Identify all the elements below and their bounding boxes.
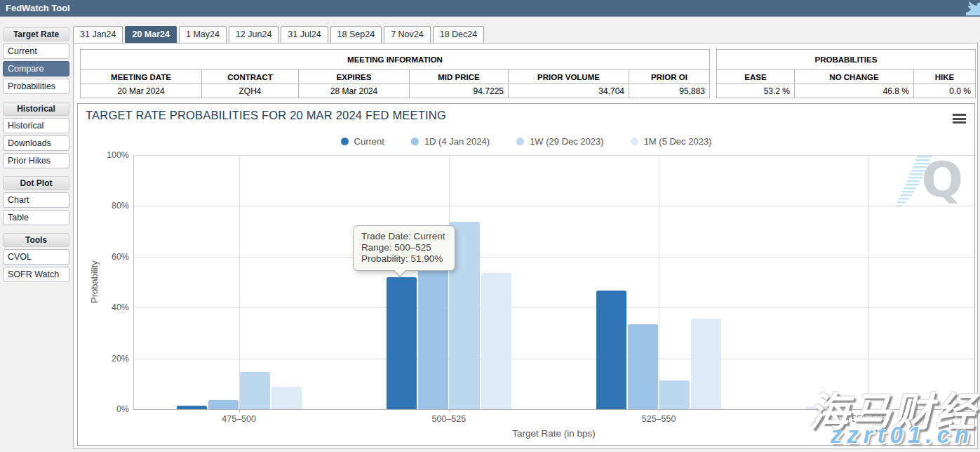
legend-dot-icon <box>516 138 524 145</box>
x-tick <box>659 409 659 412</box>
legend-dot-icon <box>411 138 419 145</box>
x-tick-label: 525–550 <box>642 414 676 424</box>
tab-31-jan24[interactable]: 31 Jan24 <box>73 26 123 44</box>
tab-7-nov24[interactable]: 7 Nov24 <box>384 26 431 44</box>
sidebar-item-table[interactable]: Table <box>3 210 69 225</box>
bar-1m-525-550[interactable] <box>691 319 721 409</box>
ease-value: 53.2 % <box>717 84 795 98</box>
bar-group-550-575 <box>806 406 836 409</box>
x-tick-label: 550–575 <box>852 414 886 424</box>
bar-current-500-525[interactable] <box>387 277 417 409</box>
bar-current-525-550[interactable] <box>596 291 626 409</box>
col-mid-price: MID PRICE <box>410 70 509 84</box>
meeting-info-caption: MEETING INFORMATION <box>81 50 710 70</box>
y-tick-label: 40% <box>112 303 129 312</box>
prior-volume-value: 34,704 <box>509 84 629 98</box>
sidebar-item-probabilities[interactable]: Probabilities <box>3 79 69 94</box>
y-axis-title: Probability <box>89 155 100 409</box>
bar-1d-525-550[interactable] <box>628 324 658 409</box>
tab-20-mar24[interactable]: 20 Mar24 <box>125 26 177 44</box>
chart-title: TARGET RATE PROBABILITIES FOR 20 MAR 202… <box>86 109 446 122</box>
bar-1d-475-500[interactable] <box>208 400 239 409</box>
legend-label: Current <box>354 136 384 147</box>
tab-1-may24[interactable]: 1 May24 <box>179 26 227 44</box>
sidebar-header-historical: Historical <box>3 102 69 116</box>
content-panel: MEETING INFORMATION MEETING DATE CONTRAC… <box>73 43 978 449</box>
bar-1d-500-525[interactable] <box>418 248 448 409</box>
sidebar: Target RateCurrentCompareProbabilitiesHi… <box>3 27 69 290</box>
col-contract: CONTRACT <box>202 70 299 84</box>
sidebar-item-prior-hikes[interactable]: Prior Hikes <box>3 153 69 168</box>
col-hike: HIKE <box>914 70 976 84</box>
sidebar-item-chart[interactable]: Chart <box>3 192 69 208</box>
tab-31-jul24[interactable]: 31 Jul24 <box>281 26 328 44</box>
chart-legend: Current1D (4 Jan 2024)1W (29 Dec 2023)1M… <box>78 136 974 147</box>
sidebar-item-cvol[interactable]: CVOL <box>3 249 69 265</box>
bar-1m-500-525[interactable] <box>481 273 511 409</box>
y-tick-label: 20% <box>112 354 129 364</box>
sidebar-item-sofr-watch[interactable]: SOFR Watch <box>3 267 69 282</box>
tab-18-dec24[interactable]: 18 Dec24 <box>433 26 485 44</box>
chart-panel: TARGET RATE PROBABILITIES FOR 20 MAR 202… <box>77 103 975 446</box>
prior-oi-value: 95,883 <box>629 84 710 98</box>
sidebar-item-current[interactable]: Current <box>3 44 69 59</box>
mid-price-value: 94.7225 <box>410 84 509 98</box>
sidebar-item-downloads[interactable]: Downloads <box>3 135 69 151</box>
meeting-info-table: MEETING INFORMATION MEETING DATE CONTRAC… <box>80 49 710 98</box>
legend-item-1w[interactable]: 1W (29 Dec 2023) <box>516 136 604 147</box>
v-gridline <box>868 155 869 409</box>
app-title: FedWatch Tool <box>0 0 980 16</box>
y-tick-label: 100% <box>107 150 129 160</box>
sidebar-item-historical[interactable]: Historical <box>3 118 69 133</box>
h-gridline <box>134 307 974 308</box>
meeting-date-value: 20 Mar 2024 <box>81 84 202 98</box>
legend-dot-icon <box>631 138 638 145</box>
bar-1w-475-500[interactable] <box>240 372 270 409</box>
sidebar-header-dot-plot: Dot Plot <box>3 176 69 190</box>
hike-value: 0.0 % <box>914 84 976 98</box>
x-tick <box>868 409 869 412</box>
twitter-bird-icon[interactable] <box>965 1 980 15</box>
probabilities-table: PROBABILITIES EASE NO CHANGE HIKE 53.2 %… <box>716 49 976 98</box>
legend-item-1d[interactable]: 1D (4 Jan 2024) <box>411 136 490 147</box>
x-tick-label: 500–525 <box>432 414 466 424</box>
x-tick <box>239 409 240 412</box>
tab-12-jun24[interactable]: 12 Jun24 <box>229 26 278 44</box>
date-tabs: 31 Jan2420 Mar241 May2412 Jun2431 Jul241… <box>73 26 486 44</box>
legend-dot-icon <box>341 138 349 145</box>
h-gridline <box>134 155 974 156</box>
bar-1m-550-575[interactable] <box>806 406 836 409</box>
legend-label: 1D (4 Jan 2024) <box>424 136 490 147</box>
h-gridline <box>134 206 974 206</box>
sidebar-header-target-rate: Target Rate <box>3 27 69 41</box>
sidebar-section-tools: ToolsCVOLSOFR Watch <box>3 233 69 282</box>
bar-group-525-550 <box>596 291 721 409</box>
col-prior-oi: PRIOR OI <box>629 70 710 84</box>
chart-plot-area: Probability Target Rate (in bps) Trade D… <box>133 155 974 410</box>
sidebar-section-historical: HistoricalHistoricalDownloadsPrior Hikes <box>3 102 69 168</box>
bar-current-475-500[interactable] <box>177 406 207 409</box>
legend-label: 1W (29 Dec 2023) <box>530 136 604 147</box>
contract-value: ZQH4 <box>202 84 299 98</box>
bar-tooltip: Trade Date: Current Range: 500–525 Proba… <box>353 225 455 271</box>
sidebar-item-compare[interactable]: Compare <box>3 61 69 77</box>
bar-1m-475-500[interactable] <box>271 387 302 409</box>
legend-label: 1M (5 Dec 2023) <box>644 136 712 147</box>
legend-item-1m[interactable]: 1M (5 Dec 2023) <box>631 136 712 147</box>
no-change-value: 46.8 % <box>795 84 914 98</box>
chart-menu-icon[interactable] <box>953 114 966 126</box>
sidebar-section-target-rate: Target RateCurrentCompareProbabilities <box>3 27 69 94</box>
bar-1w-525-550[interactable] <box>659 380 690 409</box>
y-tick-label: 80% <box>112 201 129 211</box>
meeting-info-row: 20 Mar 2024 ZQH4 28 Mar 2024 94.7225 34,… <box>81 84 710 98</box>
bar-group-475-500 <box>177 372 302 409</box>
col-no-change: NO CHANGE <box>795 70 914 84</box>
x-tick-label: 475–500 <box>222 414 256 424</box>
legend-item-current[interactable]: Current <box>341 136 384 147</box>
y-tick-label: 60% <box>112 252 129 262</box>
x-tick <box>449 409 450 412</box>
tab-18-sep24[interactable]: 18 Sep24 <box>330 26 382 44</box>
probabilities-row: 53.2 % 46.8 % 0.0 % <box>717 84 976 98</box>
tooltip-probability: Probability: 51.90% <box>361 253 445 265</box>
sidebar-header-tools: Tools <box>3 233 69 247</box>
